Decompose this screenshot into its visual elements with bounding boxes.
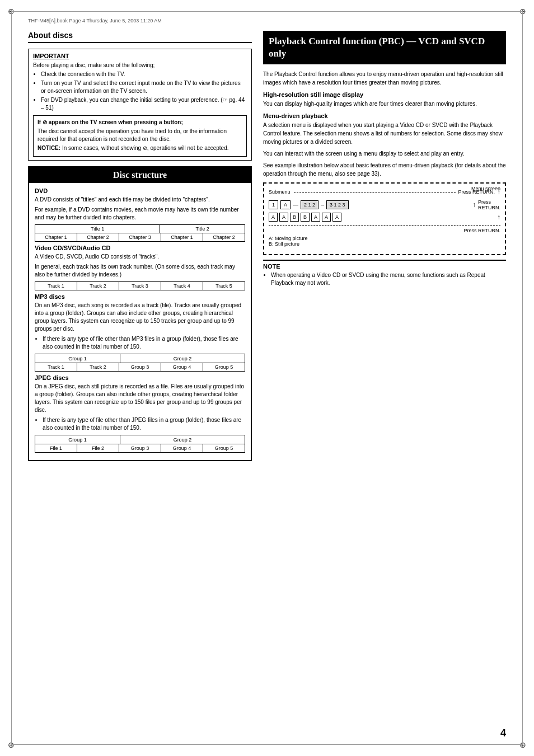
mp3-group2-label: Group 2 <box>120 354 245 363</box>
vcd-track3: Track 3 <box>119 282 161 290</box>
jpeg-group1-label: Group 1 <box>35 435 120 444</box>
important-bullet-1: Check the connection with the TV. <box>41 71 247 78</box>
dvd-ch5: Chapter 2 <box>203 233 245 241</box>
pbc-label-a: A: Moving picture <box>269 236 500 241</box>
vcd-track2: Track 2 <box>77 282 119 290</box>
mp3-group1-label: Group 1 <box>35 354 120 363</box>
dvd-ch2: Chapter 2 <box>77 233 119 241</box>
pbc-highres-title: High-resolution still image display <box>263 91 506 98</box>
dvd-ch3: Chapter 3 <box>119 233 161 241</box>
jpeg-body1: On a JPEG disc, each still picture is re… <box>35 383 245 414</box>
pbc-arrow-up3: ↑ <box>497 213 500 221</box>
important-title: IMPORTANT <box>33 53 247 59</box>
pbc-highres-body: You can display high-quality images whic… <box>263 100 506 108</box>
mp3-group5: Group 5 <box>203 363 245 371</box>
pbc-submenu-label: Submenu <box>269 189 291 195</box>
jpeg-title: JPEG discs <box>35 374 245 381</box>
pbc-press-return2: Press RETURN. <box>478 199 500 210</box>
dvd-ch4: Chapter 1 <box>161 233 203 241</box>
pbc-row1: Submenu Press RETURN. ↑ <box>269 188 500 196</box>
vcd-track5: Track 5 <box>203 282 245 290</box>
important-bullet-2: Turn on your TV and select the correct i… <box>41 79 247 95</box>
important-box: IMPORTANT Before playing a disc, make su… <box>28 49 252 161</box>
notice-footer: NOTICE: In some cases, without showing ⊘… <box>38 144 242 152</box>
pbc-label-b: B: Still picture <box>269 241 500 247</box>
vcd-body1: A Video CD, SVCD, Audio CD consists of "… <box>35 253 245 261</box>
note-title: NOTE <box>263 263 506 270</box>
pbc-box-b1: B <box>290 213 299 222</box>
mp3-subsection: MP3 discs On an MP3 disc, each song is r… <box>35 293 245 372</box>
reg-mark-br: ⊕ <box>517 739 528 750</box>
note-box: NOTE When operating a Video CD or SVCD u… <box>263 260 506 287</box>
jpeg-diagram: Group 1 Group 2 File 1 File 2 Group 3 Gr… <box>35 435 245 453</box>
jpeg-group2-label: Group 2 <box>120 435 245 444</box>
reg-mark-tl: ⊕ <box>6 6 17 17</box>
pbc-box-a1: A <box>269 213 278 222</box>
jpeg-bullet-1: If there is any type of file other than … <box>43 416 245 432</box>
right-column: Playback Control function (PBC) — VCD an… <box>263 31 506 728</box>
pbc-box-a5: A <box>332 213 341 222</box>
dvd-ch1: Chapter 1 <box>35 233 77 241</box>
vcd-track1: Track 1 <box>35 282 77 290</box>
page-number: 4 <box>500 727 506 739</box>
jpeg-group5: Group 5 <box>203 444 245 452</box>
notice-box: If ⊘ appears on the TV screen when press… <box>33 115 247 157</box>
pbc-press-return3: Press RETURN. <box>269 228 500 233</box>
pbc-intro: The Playback Control function allows you… <box>263 70 506 87</box>
dvd-title1-label: Title 1 <box>35 225 160 233</box>
pbc-item-a1: A <box>280 200 291 209</box>
pbc-menudriven-body3: See example illustration below about bas… <box>263 161 506 178</box>
vcd-title: Video CD/SVCD/Audio CD <box>35 245 245 251</box>
pbc-arrow-up2: ↑ <box>472 201 476 209</box>
pbc-diagram: Menu screen Submenu Press RETURN. ↑ 1 A … <box>263 182 506 255</box>
pbc-header-box: Playback Control function (PBC) — VCD an… <box>263 31 506 64</box>
note-bullet-1: When operating a Video CD or SVCD using … <box>271 271 506 287</box>
mp3-group3: Group 3 <box>119 363 161 371</box>
jpeg-bullets: If there is any type of file other than … <box>35 416 245 432</box>
pbc-box-a4: A <box>322 213 331 222</box>
pbc-row3: A A B B A A A ↑ <box>269 213 500 222</box>
notice-trigger: If ⊘ appears on the TV screen when press… <box>38 119 242 126</box>
vcd-track4: Track 4 <box>161 282 203 290</box>
pbc-item-3: 3 1 2 3 <box>326 200 349 209</box>
header-info: THF-M45[A].book Page 4 Thursday, June 5,… <box>28 18 162 24</box>
dvd-body1: A DVD consists of "titles" and each titl… <box>35 196 245 204</box>
vcd-subsection: Video CD/SVCD/Audio CD A Video CD, SVCD,… <box>35 245 245 290</box>
pbc-box-a2: A <box>279 213 288 222</box>
mp3-track1: Track 1 <box>35 363 77 371</box>
dvd-subsection: DVD A DVD consists of "titles" and each … <box>35 187 245 242</box>
dvd-title: DVD <box>35 187 245 194</box>
important-bullet-3: For DVD playback, you can change the ini… <box>41 96 247 112</box>
jpeg-file2: File 2 <box>77 444 119 452</box>
note-bullets: When operating a Video CD or SVCD using … <box>263 271 506 287</box>
reg-mark-tr: ⊕ <box>517 6 528 17</box>
vcd-body2: In general, each track has its own track… <box>35 263 245 279</box>
pbc-row2: 1 A 2 1 2 3 1 2 3 ↑ Press RETURN. <box>269 199 500 210</box>
pbc-menudriven-body2: You can interact with the screen using a… <box>263 149 506 158</box>
left-column: About discs IMPORTANT Before playing a d… <box>28 31 252 728</box>
dvd-diagram: Title 1 Title 2 Chapter 1 Chapter 2 Chap… <box>35 224 245 242</box>
pbc-title: Playback Control function (PBC) — VCD an… <box>269 35 500 60</box>
important-intro: Before playing a disc, make sure of the … <box>33 62 247 69</box>
mp3-track2: Track 2 <box>77 363 119 371</box>
pbc-press-return1: Press RETURN. <box>458 189 495 195</box>
important-bullets: Check the connection with the TV. Turn o… <box>33 71 247 112</box>
pbc-box-b2: B <box>301 213 310 222</box>
pbc-menudriven-title: Menu-driven playback <box>263 112 506 119</box>
jpeg-group4: Group 4 <box>161 444 203 452</box>
disc-structure-title: Disc structure <box>29 167 251 183</box>
mp3-diagram: Group 1 Group 2 Track 1 Track 2 Group 3 … <box>35 354 245 372</box>
vcd-diagram: Track 1 Track 2 Track 3 Track 4 Track 5 <box>35 281 245 290</box>
mp3-body1: On an MP3 disc, each song is recorded as… <box>35 302 245 333</box>
mp3-title: MP3 discs <box>35 293 245 300</box>
jpeg-subsection: JPEG discs On a JPEG disc, each still pi… <box>35 374 245 453</box>
pbc-arrow-up1: ↑ <box>497 188 500 196</box>
dvd-title2-label: Title 2 <box>160 225 245 233</box>
notice-body: The disc cannot accept the operation you… <box>38 128 242 143</box>
mp3-group4: Group 4 <box>161 363 203 371</box>
mp3-bullets: If there is any type of file other than … <box>35 335 245 351</box>
jpeg-file1: File 1 <box>35 444 77 452</box>
section-title: About discs <box>28 31 252 43</box>
dvd-body2: For example, if a DVD contains movies, e… <box>35 206 245 222</box>
pbc-box-a3: A <box>311 213 320 222</box>
